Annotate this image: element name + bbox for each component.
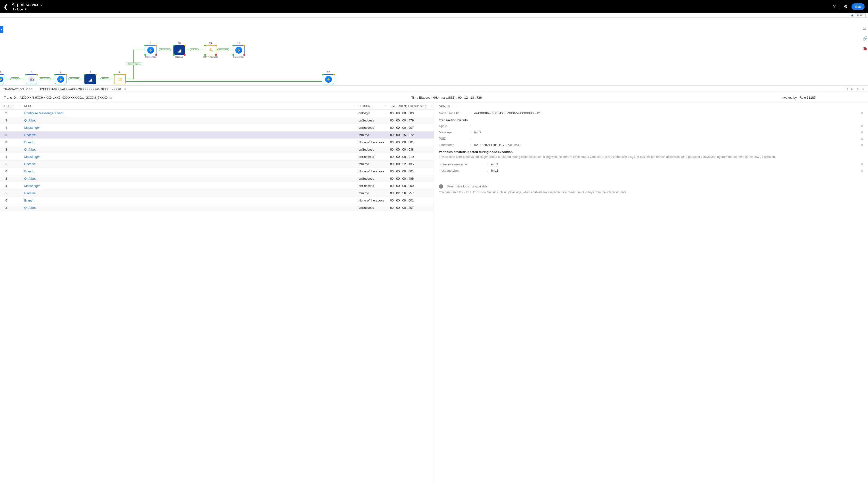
flow-node-receive-5[interactable]: 5 ◢ <box>85 71 96 85</box>
copy-icon[interactable]: ⧉ <box>861 162 863 166</box>
cell-time: 00 : 00 : 22 . 135 <box>388 161 434 168</box>
trans-id-label: Trans ID : <box>4 96 18 99</box>
table-row[interactable]: 5Receivefbm.mo00 : 00 : 15 . 872 <box>0 131 434 139</box>
table-row[interactable]: 2Configure Messenger EventonBegin00 : 00… <box>0 109 434 117</box>
help-icon[interactable]: ? <box>833 4 836 9</box>
version-dropdown[interactable]: 1 - Live ▼ <box>12 7 42 11</box>
col-time-taken[interactable]: TIME TAKEN(HH:mm:ss.SSS)↕ <box>388 103 434 109</box>
back-icon[interactable]: ❮ <box>3 3 8 10</box>
details-header: DETAILS <box>439 105 863 109</box>
app-header: ❮ Airport services 1 - Live ▼ ? ⚙ Edit <box>0 0 868 13</box>
table-row[interactable]: 4MessengeronSuccess00 : 00 : 00 . 007 <box>0 124 434 131</box>
note-icon[interactable]: ▤ <box>863 26 867 30</box>
tab-transaction-id[interactable]: 42XXXXf4-9XX9-4XX9-aXX9-f9XXXXXXXXab_3XX… <box>36 86 130 93</box>
node-trans-id-value: eeXXXX04-0XX8-4XX5-9XXf-5eXXXXXXXXa2 <box>474 111 861 115</box>
table-row[interactable]: 3QnA botonSuccess00 : 00 : 00 . 638 <box>0 146 434 153</box>
table-row[interactable]: 3QnA botonSuccess00 : 00 : 00 . 486 <box>0 175 434 182</box>
gear-icon[interactable]: ⚙ <box>844 4 848 9</box>
table-row[interactable]: 6BranchNone of the above00 : 00 : 00 . 0… <box>0 139 434 146</box>
log-table-pane: NODE ID↕ NODE↕ OUTCOME↕ TIME TAKEN(HH:mm… <box>0 103 434 483</box>
share-icon[interactable]: 🔗 <box>863 36 867 40</box>
node-link[interactable]: Messenger <box>24 184 40 188</box>
cell-time: 00 : 00 : 00 . 010 <box>388 153 434 161</box>
close-panel-icon[interactable]: × <box>862 88 864 91</box>
node-link[interactable]: Configure Messenger Event <box>24 111 63 115</box>
cell-outcome: onSuccess <box>356 117 388 124</box>
cell-node-id: 2 <box>0 109 22 117</box>
copy-icon[interactable]: ⧉ <box>861 130 863 134</box>
node-link[interactable]: Receive <box>24 162 36 166</box>
table-row[interactable]: 4MessengeronSuccess00 : 00 : 00 . 009 <box>0 182 434 190</box>
refresh-icon[interactable]: ⟳ <box>857 88 859 91</box>
copy-icon[interactable]: ⧉ <box>861 169 863 173</box>
node-trans-id-label: Node Trans ID <box>439 111 470 115</box>
receive-icon: ◢ <box>89 76 92 82</box>
cell-node: Configure Messenger Event <box>22 109 356 117</box>
cell-node: Messenger <box>22 124 356 131</box>
node-link[interactable]: Receive <box>24 133 36 137</box>
flow-node-messenger-12[interactable]: 12 ⚡ Messenger <box>233 42 245 58</box>
receive-icon: ◢ <box>178 47 181 53</box>
close-icon[interactable]: × <box>124 87 126 91</box>
table-row[interactable]: 6BranchNone of the above00 : 00 : 00 . 0… <box>0 168 434 175</box>
node-link[interactable]: Branch <box>24 199 34 202</box>
table-row[interactable]: 3QnA botonSuccess00 : 00 : 00 . 479 <box>0 117 434 124</box>
flow-node-bot-3[interactable]: 3 🤖 <box>26 71 37 85</box>
cell-time: 00 : 00 : 00 . 003 <box>388 109 434 117</box>
tab-transaction-logs[interactable]: TRANSACTION LOGS <box>0 86 36 93</box>
add-tab-icon[interactable]: + <box>851 13 854 18</box>
help-link[interactable]: HELP <box>846 88 853 91</box>
cell-outcome: onSuccess <box>356 146 388 153</box>
node-number: 6 <box>119 71 121 74</box>
node-link[interactable]: Branch <box>24 140 34 144</box>
timestamp-value: 02-02-2024T18:01:17.373+05:30 <box>474 143 861 147</box>
flow-canvas[interactable]: ▶ ▤ 🔗 🐞 9 ⚡ Messenger 10 ◢ Receive 24 ▦H… <box>0 18 868 86</box>
node-link[interactable]: Messenger <box>24 155 40 159</box>
edit-button[interactable]: Edit <box>851 3 865 10</box>
node-link[interactable]: Branch <box>24 169 34 173</box>
copy-icon[interactable]: ⧉ <box>861 124 863 128</box>
node-link[interactable]: Receive <box>24 191 36 195</box>
col-node[interactable]: NODE↕ <box>22 103 356 109</box>
node-link[interactable]: QnA bot <box>24 119 36 122</box>
col-outcome[interactable]: OUTCOME↕ <box>356 103 388 109</box>
node-link[interactable]: Messenger <box>24 126 40 129</box>
flow-node-messenger-9[interactable]: 9 ⚡ Messenger <box>145 42 156 58</box>
col-node-id[interactable]: NODE ID↕ <box>0 103 22 109</box>
copy-icon[interactable]: ⧉ <box>861 137 863 141</box>
copy-icon[interactable]: ⧉ <box>861 143 863 147</box>
conn-label: onBegin <box>10 77 20 80</box>
copy-icon[interactable]: ⧉ <box>110 96 112 100</box>
message-value: img2 <box>474 130 861 134</box>
cell-outcome: onBegin <box>356 109 388 117</box>
flow-node-branch-6[interactable]: 6 ⇉ <box>114 71 126 85</box>
copy-icon[interactable]: ⧉ <box>861 111 863 115</box>
canvas-side-toggle[interactable]: ▶ <box>0 26 3 33</box>
table-row[interactable]: 5Receivefbm.mo00 : 02 : 56 . 957 <box>0 190 434 197</box>
node-link[interactable]: QnA bot <box>24 177 36 181</box>
cell-time: 00 : 02 : 56 . 957 <box>388 190 434 197</box>
cell-outcome: fbm.mo <box>356 131 388 139</box>
flow-node-messenger-4[interactable]: 4 ⚡ <box>55 71 66 85</box>
cell-time: 00 : 00 : 00 . 807 <box>388 204 434 212</box>
bug-icon[interactable]: 🐞 <box>863 46 867 51</box>
messenger-icon: ⚡ <box>325 76 332 83</box>
cell-node-id: 6 <box>0 168 22 175</box>
flow-node-2[interactable]: 2 ⚡ <box>0 71 4 85</box>
table-row[interactable]: 3QnA botonSuccess00 : 00 : 00 . 807 <box>0 204 434 212</box>
node-link[interactable]: QnA bot <box>24 148 36 151</box>
node-link[interactable]: QnA bot <box>24 206 36 210</box>
page-title: Airport services <box>12 2 42 7</box>
cell-node-id: 6 <box>0 197 22 204</box>
flow-node-messenger-22[interactable]: 22 ⚡ <box>323 71 334 85</box>
tab-main[interactable]: main <box>855 13 866 17</box>
table-row[interactable]: 4MessengeronSuccess00 : 00 : 00 . 010 <box>0 153 434 161</box>
tab-label: 42XXXXf4-9XX9-4XX9-aXX9-f9XXXXXXXXab_3XX… <box>39 88 121 91</box>
table-row[interactable]: 6BranchNone of the above00 : 00 : 00 . 0… <box>0 197 434 204</box>
node-label: Messenger <box>145 56 156 58</box>
cell-time: 00 : 00 : 00 . 479 <box>388 117 434 124</box>
flow-node-receive-10[interactable]: 10 ◢ Receive <box>174 42 185 58</box>
cell-node-id: 4 <box>0 182 22 190</box>
table-row[interactable]: 5Receivefbm.mo00 : 00 : 22 . 135 <box>0 161 434 168</box>
cell-node-id: 4 <box>0 153 22 161</box>
